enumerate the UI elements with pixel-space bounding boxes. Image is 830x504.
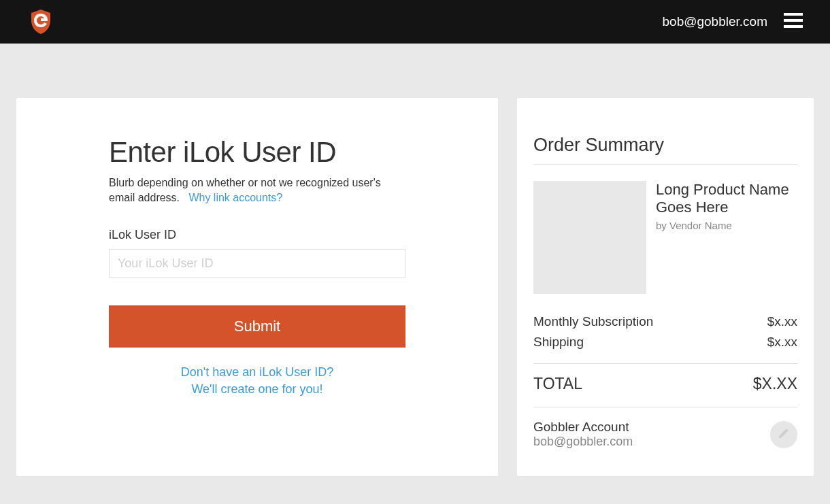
submit-button[interactable]: Submit	[109, 305, 405, 348]
page-title: Enter iLok User ID	[109, 136, 405, 169]
total-row: TOTAL $X.XX	[533, 364, 797, 407]
edit-account-button[interactable]	[770, 421, 797, 448]
pencil-icon	[778, 427, 790, 442]
line-item-subscription: Monthly Subscription $x.xx	[533, 312, 797, 332]
order-summary-card: Order Summary Long Product Name Goes Her…	[517, 98, 814, 476]
account-info: Gobbler Account bob@gobbler.com	[533, 420, 633, 449]
line-label: Monthly Subscription	[533, 314, 653, 329]
create-ilok-link[interactable]: Don't have an iLok User ID? We'll create…	[109, 364, 405, 398]
create-ilok-line2: We'll create one for you!	[191, 382, 322, 396]
ilok-user-id-input[interactable]	[109, 249, 405, 278]
main-content: Enter iLok User ID Blurb depending on wh…	[0, 44, 830, 476]
svg-rect-2	[784, 25, 803, 28]
svg-rect-1	[784, 19, 803, 22]
product-name: Long Product Name Goes Here	[656, 181, 797, 217]
order-summary-title: Order Summary	[533, 135, 797, 156]
why-link-accounts-link[interactable]: Why link accounts?	[188, 192, 282, 203]
svg-rect-0	[784, 13, 803, 16]
line-value: $x.xx	[767, 314, 797, 329]
hamburger-icon[interactable]	[784, 13, 803, 31]
product-vendor: by Vendor Name	[656, 220, 797, 231]
product-row: Long Product Name Goes Here by Vendor Na…	[533, 165, 797, 307]
line-label: Shipping	[533, 335, 584, 350]
create-ilok-line1: Don't have an iLok User ID?	[181, 365, 334, 379]
total-value: $X.XX	[753, 375, 797, 393]
header-right: bob@gobbler.com	[663, 13, 803, 31]
form-blurb: Blurb depending on whether or not we rec…	[109, 175, 405, 206]
line-item-shipping: Shipping $x.xx	[533, 332, 797, 352]
total-label: TOTAL	[533, 375, 582, 393]
gobbler-logo[interactable]	[27, 8, 54, 35]
app-header: bob@gobbler.com	[0, 0, 830, 44]
line-items: Monthly Subscription $x.xx Shipping $x.x…	[533, 307, 797, 363]
line-value: $x.xx	[767, 335, 797, 350]
account-row: Gobbler Account bob@gobbler.com	[533, 407, 797, 449]
ilok-field-label: iLok User ID	[109, 228, 405, 242]
product-info: Long Product Name Goes Here by Vendor Na…	[656, 181, 797, 294]
header-user-email: bob@gobbler.com	[663, 14, 768, 29]
account-label: Gobbler Account	[533, 420, 633, 435]
account-email: bob@gobbler.com	[533, 435, 633, 449]
product-thumbnail	[533, 181, 646, 294]
ilok-form-card: Enter iLok User ID Blurb depending on wh…	[16, 98, 498, 476]
